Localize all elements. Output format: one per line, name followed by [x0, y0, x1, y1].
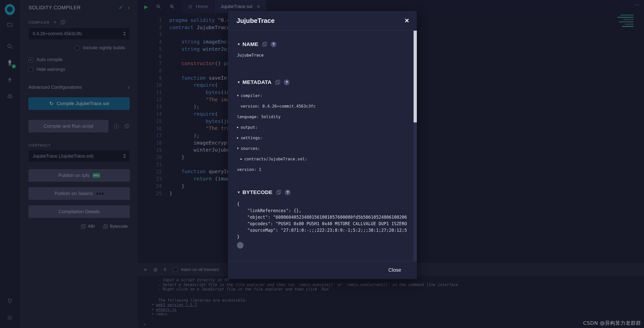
- contract-name-value: JujubeTrace: [237, 53, 407, 58]
- tree-label: sources:: [241, 146, 260, 151]
- tree-label: version: 0.4.26+commit.4563c3fc: [240, 104, 316, 109]
- modal-close-icon[interactable]: ✕: [405, 17, 409, 24]
- metadata-tree: ▼compiler:version: 0.4.26+commit.4563c3f…: [237, 90, 407, 175]
- help-icon[interactable]: ?: [271, 41, 276, 47]
- bytecode-json-line: "opcodes": "PUSH1 0x80 PUSH1 0x40 MSTORE…: [237, 220, 407, 227]
- copy-bytecode-section-icon[interactable]: [276, 190, 281, 195]
- caret-right-icon[interactable]: ▶: [240, 157, 242, 161]
- metadata-tree-row[interactable]: ▼compiler:: [237, 90, 407, 101]
- tree-label: settings:: [241, 135, 263, 140]
- help-icon[interactable]: ?: [285, 190, 291, 195]
- name-section-header: ▼ NAME ?: [237, 41, 407, 47]
- metadata-tree-row[interactable]: ▶contracts/JujubeTrace.sol:: [237, 154, 407, 164]
- tree-label: contracts/JujubeTrace.sol:: [244, 157, 307, 161]
- tree-label: compiler:: [241, 93, 263, 98]
- metadata-tree-row: version: 0.4.26+commit.4563c3fc: [237, 101, 407, 111]
- metadata-section-title: METADATA: [243, 79, 272, 85]
- caret-down-icon[interactable]: ▼: [237, 94, 239, 97]
- bytecode-json-line: }: [237, 233, 407, 240]
- compilation-details-modal: JujubeTrace ✕ ▼ NAME ? JujubeTrace ▼ MET…: [228, 11, 417, 279]
- name-section-title: NAME: [243, 41, 258, 47]
- tree-label: language: Solidity: [237, 114, 280, 119]
- modal-scrollbar-thumb[interactable]: [414, 31, 417, 122]
- modal-title: JujubeTrace: [236, 17, 275, 25]
- caret-down-icon[interactable]: ▼: [237, 147, 239, 150]
- caret-right-icon[interactable]: ▶: [237, 126, 239, 129]
- caret-down-icon[interactable]: ▼: [237, 42, 240, 46]
- copy-name-icon[interactable]: [262, 42, 267, 46]
- metadata-tree-row[interactable]: ▶output:: [237, 122, 407, 132]
- bytecode-json-line: "object": "60806040523480156100105760008…: [237, 214, 407, 220]
- modal-close-button[interactable]: Close: [384, 265, 406, 275]
- copy-metadata-icon[interactable]: [275, 80, 280, 84]
- tree-label: output:: [241, 125, 258, 130]
- modal-header: JujubeTrace ✕: [228, 11, 417, 31]
- expand-bubble[interactable]: [237, 242, 244, 249]
- caret-down-icon[interactable]: ▼: [237, 190, 240, 194]
- bytecode-json: { "linkReferences": {}, "object": "60806…: [237, 201, 407, 240]
- bytecode-json-line: "linkReferences": {},: [237, 207, 407, 214]
- tree-label: version: 1: [237, 167, 261, 172]
- modal-body: ▼ NAME ? JujubeTrace ▼ METADATA ? ▼compi…: [228, 31, 414, 261]
- metadata-tree-row[interactable]: ▶settings:: [237, 132, 407, 143]
- metadata-tree-row: language: Solidity: [237, 111, 407, 122]
- metadata-tree-row: version: 1: [237, 164, 407, 175]
- metadata-section-header: ▼ METADATA ?: [237, 79, 407, 85]
- bytecode-json-line: "sourceMap": "27:871:0:-;;;222:23;8:9:-1…: [237, 227, 407, 233]
- bytecode-section-header: ▼ BYTECODE ?: [237, 189, 407, 195]
- caret-down-icon[interactable]: ▼: [237, 80, 240, 84]
- watermark: CSDN @异构算力老群群: [583, 320, 641, 326]
- metadata-tree-row[interactable]: ▼sources:: [237, 143, 407, 154]
- bytecode-section-title: BYTECODE: [243, 189, 272, 195]
- bytecode-json-line: {: [237, 201, 407, 207]
- caret-right-icon[interactable]: ▶: [237, 136, 239, 139]
- modal-footer: Close: [228, 261, 417, 279]
- modal-scrollbar[interactable]: [414, 31, 417, 261]
- help-icon[interactable]: ?: [284, 79, 290, 85]
